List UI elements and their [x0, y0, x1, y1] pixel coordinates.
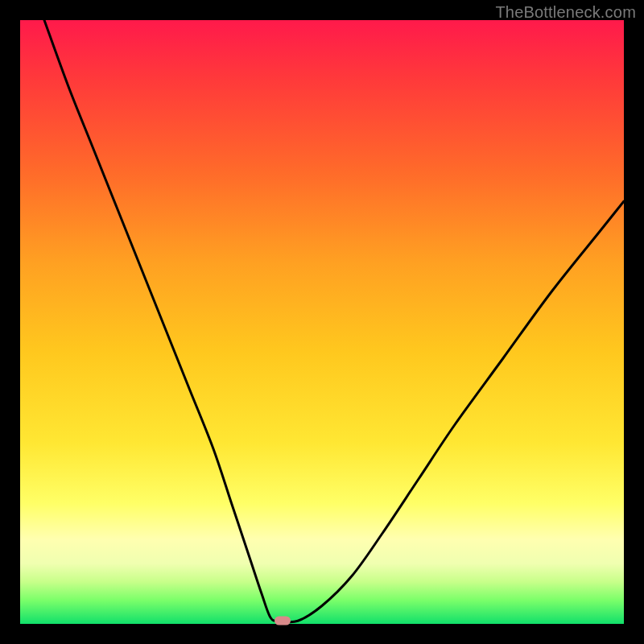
- watermark-text: TheBottleneck.com: [495, 3, 636, 22]
- plot-area: [20, 20, 624, 624]
- chart-frame: TheBottleneck.com: [0, 0, 644, 644]
- optimal-point-marker: [275, 617, 291, 625]
- bottleneck-curve: [20, 20, 624, 624]
